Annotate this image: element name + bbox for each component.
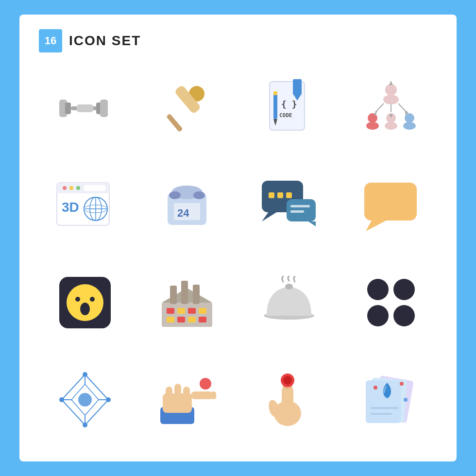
svg-point-67 bbox=[90, 297, 95, 302]
svg-rect-81 bbox=[199, 317, 206, 323]
svg-rect-78 bbox=[167, 317, 174, 323]
svg-rect-73 bbox=[193, 285, 200, 304]
emoji-icon bbox=[53, 271, 117, 334]
svg-rect-56 bbox=[277, 192, 283, 198]
svg-rect-103 bbox=[183, 387, 190, 400]
svg-rect-1 bbox=[65, 102, 71, 114]
svg-point-86 bbox=[367, 305, 389, 326]
svg-rect-108 bbox=[282, 385, 293, 414]
svg-point-106 bbox=[200, 378, 211, 390]
cricket-icon bbox=[155, 77, 219, 140]
svg-rect-76 bbox=[188, 308, 196, 314]
svg-point-68 bbox=[80, 303, 90, 315]
icon-cell-code: { } CODE bbox=[243, 67, 335, 150]
svg-text:3D: 3D bbox=[62, 200, 79, 215]
svg-rect-13 bbox=[273, 94, 277, 119]
svg-point-25 bbox=[403, 122, 416, 130]
svg-rect-115 bbox=[366, 380, 401, 423]
water-files-icon bbox=[359, 368, 423, 431]
icon-cell-delegation bbox=[345, 67, 437, 150]
svg-rect-61 bbox=[290, 210, 304, 213]
cloche-icon bbox=[257, 271, 321, 334]
hand-point-icon bbox=[155, 368, 219, 431]
svg-rect-57 bbox=[286, 192, 292, 198]
icon-cell-dumbbell bbox=[39, 67, 131, 150]
svg-rect-77 bbox=[199, 308, 206, 314]
svg-point-85 bbox=[393, 279, 415, 300]
svg-text:CODE: CODE bbox=[279, 112, 292, 119]
svg-point-83 bbox=[285, 284, 293, 289]
svg-marker-63 bbox=[366, 221, 386, 231]
delegation-icon bbox=[359, 77, 423, 140]
svg-rect-69 bbox=[162, 303, 212, 327]
svg-point-38 bbox=[69, 186, 73, 190]
svg-marker-54 bbox=[262, 212, 277, 221]
card: 16 ICON SET bbox=[19, 15, 457, 461]
icon-cell-3dweb: 3D bbox=[39, 164, 131, 247]
icon-cell-phone24: 24 bbox=[141, 164, 233, 247]
icon-cell-apps-dots bbox=[345, 261, 437, 344]
svg-rect-40 bbox=[84, 185, 105, 191]
svg-marker-59 bbox=[308, 221, 316, 226]
svg-line-26 bbox=[375, 103, 384, 112]
message-icon bbox=[359, 174, 423, 237]
icon-cell-chat-dots bbox=[243, 164, 335, 247]
icon-cell-water-files bbox=[345, 358, 437, 441]
svg-point-66 bbox=[75, 297, 80, 302]
svg-point-49 bbox=[169, 191, 181, 199]
chat-dots-icon bbox=[257, 174, 321, 237]
icon-cell-hand-point bbox=[141, 358, 233, 441]
svg-rect-72 bbox=[181, 281, 188, 304]
svg-point-39 bbox=[76, 186, 80, 190]
icon-cell-touch bbox=[243, 358, 335, 441]
svg-point-87 bbox=[393, 305, 415, 326]
svg-rect-74 bbox=[167, 308, 174, 314]
svg-point-18 bbox=[385, 84, 397, 96]
svg-rect-62 bbox=[364, 183, 417, 221]
svg-rect-5 bbox=[77, 104, 93, 112]
svg-rect-75 bbox=[177, 308, 185, 314]
svg-point-23 bbox=[385, 122, 397, 130]
svg-rect-102 bbox=[174, 384, 181, 400]
svg-rect-79 bbox=[177, 317, 185, 323]
icon-cell-cloche bbox=[243, 261, 335, 344]
svg-rect-55 bbox=[269, 192, 274, 198]
svg-point-21 bbox=[366, 122, 379, 130]
svg-rect-101 bbox=[166, 387, 172, 400]
svg-rect-11 bbox=[293, 79, 302, 95]
factory-icon bbox=[155, 271, 219, 334]
touch-icon bbox=[257, 368, 321, 431]
header: 16 ICON SET bbox=[39, 29, 437, 52]
svg-point-112 bbox=[283, 376, 292, 385]
svg-rect-71 bbox=[170, 286, 177, 304]
svg-rect-60 bbox=[290, 205, 310, 207]
svg-rect-4 bbox=[100, 100, 108, 117]
svg-point-84 bbox=[367, 279, 389, 300]
apps-dots-icon bbox=[359, 271, 423, 334]
svg-rect-15 bbox=[273, 91, 277, 95]
header-title: ICON SET bbox=[69, 33, 141, 49]
svg-point-90 bbox=[78, 393, 92, 407]
badge: 16 bbox=[39, 29, 62, 52]
dumbbell-icon bbox=[53, 77, 117, 140]
svg-point-19 bbox=[383, 95, 399, 104]
svg-point-117 bbox=[400, 382, 404, 386]
svg-point-116 bbox=[374, 386, 377, 390]
svg-rect-80 bbox=[188, 317, 196, 323]
svg-text:{ }: { } bbox=[281, 99, 297, 109]
icon-grid: { } CODE bbox=[39, 67, 437, 441]
code-icon: { } CODE bbox=[257, 77, 321, 140]
svg-point-98 bbox=[59, 397, 64, 402]
svg-point-37 bbox=[63, 186, 67, 190]
phone24-icon: 24 bbox=[155, 174, 219, 237]
network-diamond-icon bbox=[53, 368, 117, 431]
icon-cell-factory bbox=[141, 261, 233, 344]
svg-point-20 bbox=[368, 113, 377, 123]
svg-text:24: 24 bbox=[177, 207, 189, 219]
icon-cell-emoji bbox=[39, 261, 131, 344]
svg-rect-7 bbox=[166, 114, 183, 133]
svg-point-97 bbox=[83, 423, 87, 427]
icon-cell-cricket bbox=[141, 67, 233, 150]
svg-point-96 bbox=[106, 397, 111, 402]
svg-point-118 bbox=[404, 398, 408, 402]
